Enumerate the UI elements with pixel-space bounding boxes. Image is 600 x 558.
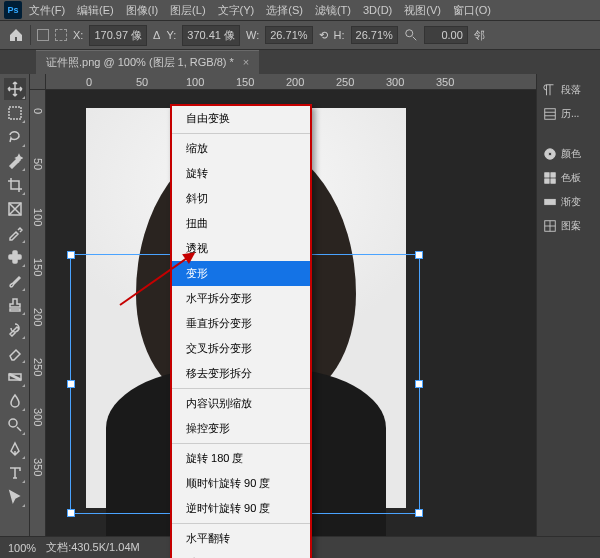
svg-point-6 <box>9 419 17 427</box>
svg-rect-1 <box>9 107 21 119</box>
ctx-rotate-ccw-90[interactable]: 逆时针旋转 90 度 <box>172 496 310 521</box>
home-icon[interactable] <box>8 27 24 43</box>
ctx-content-aware-scale[interactable]: 内容识别缩放 <box>172 391 310 416</box>
ctx-skew[interactable]: 斜切 <box>172 186 310 211</box>
history-brush-tool[interactable] <box>4 318 26 340</box>
interp-label: 邻 <box>474 28 485 43</box>
app-icon: Ps <box>4 1 22 19</box>
svg-rect-13 <box>551 179 555 183</box>
transform-handle-tl[interactable] <box>67 251 75 259</box>
ctx-remove-warp-split[interactable]: 移去变形拆分 <box>172 361 310 386</box>
panel-paragraph[interactable]: 段落 <box>541 80 596 100</box>
ctx-distort[interactable]: 扭曲 <box>172 211 310 236</box>
transform-handle-mr[interactable] <box>415 380 423 388</box>
path-select-tool[interactable] <box>4 486 26 508</box>
lasso-tool[interactable] <box>4 126 26 148</box>
tab-title: 证件照.png @ 100% (图层 1, RGB/8) * <box>46 56 234 68</box>
w-field[interactable]: 26.71% <box>265 26 312 44</box>
menu-image[interactable]: 图像(I) <box>121 1 163 20</box>
menu-select[interactable]: 选择(S) <box>261 1 308 20</box>
ctx-split-warp-h[interactable]: 水平拆分变形 <box>172 286 310 311</box>
toggle-icon[interactable] <box>55 29 67 41</box>
panel-color[interactable]: 颜色 <box>541 144 596 164</box>
frame-tool[interactable] <box>4 198 26 220</box>
wand-tool[interactable] <box>4 150 26 172</box>
eyedropper-tool[interactable] <box>4 222 26 244</box>
zoom-level[interactable]: 100% <box>8 542 36 554</box>
context-menu: 自由变换 缩放 旋转 斜切 扭曲 透视 变形 水平拆分变形 垂直拆分变形 交叉拆… <box>170 104 312 558</box>
x-field[interactable]: 170.97 像 <box>89 25 147 46</box>
brush-tool[interactable] <box>4 270 26 292</box>
document-tab[interactable]: 证件照.png @ 100% (图层 1, RGB/8) * × <box>36 50 259 74</box>
eraser-tool[interactable] <box>4 342 26 364</box>
delta-icon[interactable]: Δ <box>153 29 160 41</box>
svg-rect-10 <box>545 173 549 177</box>
panel-history[interactable]: 历... <box>541 104 596 124</box>
h-field[interactable]: 26.71% <box>351 26 398 44</box>
ctx-puppet-warp[interactable]: 操控变形 <box>172 416 310 441</box>
ctx-flip-v[interactable]: 垂直翻转 <box>172 551 310 558</box>
svg-rect-11 <box>551 173 555 177</box>
ctx-warp[interactable]: 变形 <box>172 261 310 286</box>
svg-point-0 <box>406 30 413 37</box>
panel-swatches[interactable]: 色板 <box>541 168 596 188</box>
ctx-rotate-180[interactable]: 旋转 180 度 <box>172 446 310 471</box>
pen-tool[interactable] <box>4 438 26 460</box>
blur-tool[interactable] <box>4 390 26 412</box>
x-label: X: <box>73 29 83 41</box>
svg-rect-7 <box>545 109 556 120</box>
h-label: H: <box>334 29 345 41</box>
ctx-flip-h[interactable]: 水平翻转 <box>172 526 310 551</box>
link-icon[interactable]: ⟲ <box>319 29 328 42</box>
svg-point-9 <box>548 152 552 156</box>
reference-point-icon[interactable] <box>37 29 49 41</box>
svg-rect-14 <box>545 199 556 204</box>
menu-type[interactable]: 文字(Y) <box>213 1 260 20</box>
dodge-tool[interactable] <box>4 414 26 436</box>
ruler-corner <box>30 74 46 90</box>
ctx-rotate-cw-90[interactable]: 顺时针旋转 90 度 <box>172 471 310 496</box>
ctx-rotate[interactable]: 旋转 <box>172 161 310 186</box>
crop-tool[interactable] <box>4 174 26 196</box>
menu-3d[interactable]: 3D(D) <box>358 2 397 18</box>
transform-handle-tr[interactable] <box>415 251 423 259</box>
angle-field[interactable]: 0.00 <box>424 26 468 44</box>
close-tab-icon[interactable]: × <box>243 56 249 68</box>
document-info: 文档:430.5K/1.04M <box>46 540 140 555</box>
transform-handle-br[interactable] <box>415 509 423 517</box>
ctx-scale[interactable]: 缩放 <box>172 136 310 161</box>
vertical-ruler: 050100150200250300350 <box>30 90 46 536</box>
ctx-split-warp-cross[interactable]: 交叉拆分变形 <box>172 336 310 361</box>
y-field[interactable]: 370.41 像 <box>182 25 240 46</box>
toolbar <box>0 74 30 536</box>
menu-edit[interactable]: 编辑(E) <box>72 1 119 20</box>
menu-filter[interactable]: 滤镜(T) <box>310 1 356 20</box>
y-label: Y: <box>166 29 176 41</box>
panel-pattern[interactable]: 图案 <box>541 216 596 236</box>
panel-gradient[interactable]: 渐变 <box>541 192 596 212</box>
move-tool[interactable] <box>4 78 26 100</box>
menu-layer[interactable]: 图层(L) <box>165 1 210 20</box>
menu-window[interactable]: 窗口(O) <box>448 1 496 20</box>
type-tool[interactable] <box>4 462 26 484</box>
search-icon[interactable] <box>404 28 418 42</box>
gradient-tool[interactable] <box>4 366 26 388</box>
menu-view[interactable]: 视图(V) <box>399 1 446 20</box>
svg-rect-4 <box>9 255 21 259</box>
ctx-split-warp-v[interactable]: 垂直拆分变形 <box>172 311 310 336</box>
menu-file[interactable]: 文件(F) <box>24 1 70 20</box>
transform-handle-bl[interactable] <box>67 509 75 517</box>
stamp-tool[interactable] <box>4 294 26 316</box>
ctx-free-transform[interactable]: 自由变换 <box>172 106 310 131</box>
marquee-tool[interactable] <box>4 102 26 124</box>
horizontal-ruler: 050100150200250300350 <box>46 74 536 90</box>
panel-dock: 段落 历... 颜色 色板 渐变 图案 <box>536 74 600 536</box>
w-label: W: <box>246 29 259 41</box>
transform-handle-ml[interactable] <box>67 380 75 388</box>
svg-rect-12 <box>545 179 549 183</box>
heal-tool[interactable] <box>4 246 26 268</box>
